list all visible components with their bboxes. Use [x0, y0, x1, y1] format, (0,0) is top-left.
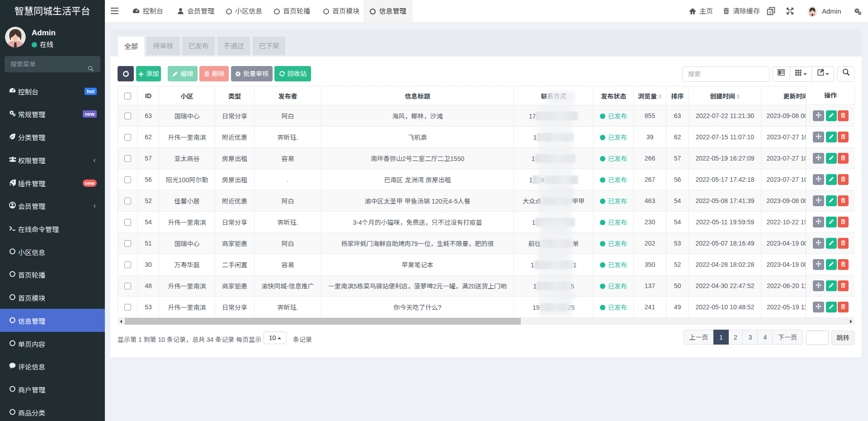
- svg-text:文: 文: [768, 10, 772, 15]
